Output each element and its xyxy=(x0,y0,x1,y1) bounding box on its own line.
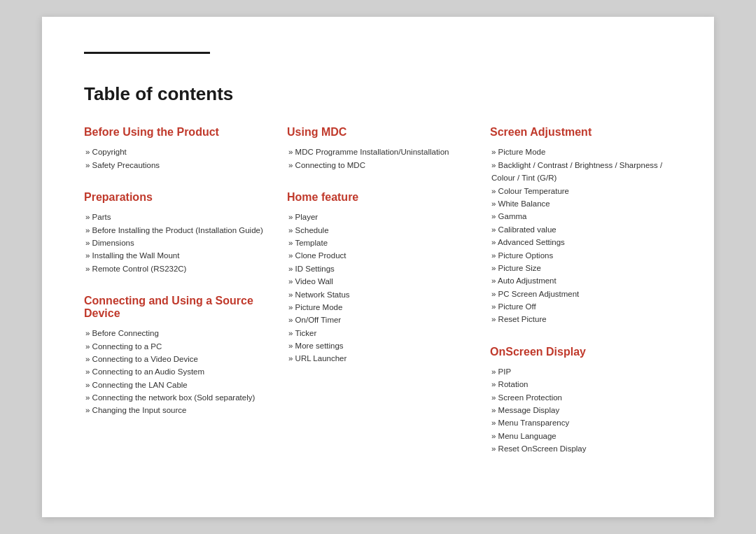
list-item: Picture Options xyxy=(490,249,672,262)
list-item: Connecting the LAN Cable xyxy=(84,379,266,391)
section-title-connecting: Connecting and Using a Source Device xyxy=(84,295,266,320)
list-item: PIP xyxy=(490,365,672,378)
list-item: Colour Temperature xyxy=(490,185,672,197)
list-item: Parts xyxy=(84,211,266,223)
columns-container: Before Using the ProductCopyrightSafety … xyxy=(84,126,672,475)
list-item: Rotation xyxy=(490,378,672,391)
section-using-mdc: Using MDCMDC Programme Installation/Unin… xyxy=(287,126,469,171)
list-item: Connecting to MDC xyxy=(287,159,469,171)
list-item: Screen Protection xyxy=(490,391,672,404)
list-item: Ticker xyxy=(287,327,469,339)
list-item: Clone Product xyxy=(287,249,469,262)
column-0: Before Using the ProductCopyrightSafety … xyxy=(84,126,266,475)
list-item: Menu Transparency xyxy=(490,416,672,429)
list-item: Video Wall xyxy=(287,275,469,288)
page: Table of contents Before Using the Produ… xyxy=(42,17,714,517)
list-item: Calibrated value xyxy=(490,223,672,236)
list-item: Connecting the network box (Sold separat… xyxy=(84,391,266,404)
list-item: Picture Size xyxy=(490,262,672,274)
list-item: White Balance xyxy=(490,197,672,210)
list-item: Picture Mode xyxy=(287,301,469,314)
list-item: Menu Language xyxy=(490,430,672,442)
section-title-onscreen-display: OnScreen Display xyxy=(490,346,672,358)
list-item: Picture Mode xyxy=(490,146,672,158)
list-item: Picture Off xyxy=(490,300,672,313)
list-item: Schedule xyxy=(287,224,469,237)
section-connecting: Connecting and Using a Source DeviceBefo… xyxy=(84,295,266,417)
section-preparations: PreparationsPartsBefore Installing the P… xyxy=(84,191,266,275)
list-item: Reset OnScreen Display xyxy=(490,442,672,455)
section-before-using: Before Using the ProductCopyrightSafety … xyxy=(84,126,266,171)
list-item: PC Screen Adjustment xyxy=(490,288,672,300)
list-item: Network Status xyxy=(287,288,469,301)
list-item: Player xyxy=(287,211,469,223)
list-item: Advanced Settings xyxy=(490,236,672,248)
column-1: Using MDCMDC Programme Installation/Unin… xyxy=(287,126,469,475)
list-item: Reset Picture xyxy=(490,313,672,325)
section-onscreen-display: OnScreen DisplayPIPRotationScreen Protec… xyxy=(490,346,672,456)
section-title-screen-adjustment: Screen Adjustment xyxy=(490,126,672,139)
list-item: Installing the Wall Mount xyxy=(84,249,266,262)
list-item: Auto Adjustment xyxy=(490,274,672,287)
section-title-home-feature: Home feature xyxy=(287,191,469,204)
list-item: MDC Programme Installation/Uninstallatio… xyxy=(287,146,469,158)
section-home-feature: Home featurePlayerScheduleTemplateClone … xyxy=(287,191,469,365)
list-item: Safety Precautions xyxy=(84,159,266,171)
list-item: Connecting to a Video Device xyxy=(84,353,266,365)
list-item: Dimensions xyxy=(84,237,266,249)
page-title: Table of contents xyxy=(84,83,672,105)
list-item: URL Launcher xyxy=(287,352,469,365)
section-title-using-mdc: Using MDC xyxy=(287,126,469,139)
list-item: Before Connecting xyxy=(84,327,266,339)
list-item: Message Display xyxy=(490,404,672,416)
column-2: Screen AdjustmentPicture ModeBacklight /… xyxy=(490,126,672,475)
list-item: ID Settings xyxy=(287,262,469,275)
list-item: Gamma xyxy=(490,210,672,223)
list-item: Changing the Input source xyxy=(84,404,266,416)
list-item: Connecting to a PC xyxy=(84,340,266,353)
list-item: Template xyxy=(287,237,469,249)
section-title-preparations: Preparations xyxy=(84,191,266,204)
section-screen-adjustment: Screen AdjustmentPicture ModeBacklight /… xyxy=(490,126,672,325)
section-title-before-using: Before Using the Product xyxy=(84,126,266,139)
list-item: More settings xyxy=(287,339,469,352)
list-item: Backlight / Contrast / Brightness / Shar… xyxy=(490,159,672,185)
list-item: Connecting to an Audio System xyxy=(84,365,266,378)
list-item: Remote Control (RS232C) xyxy=(84,262,266,275)
title-bar xyxy=(84,52,210,62)
list-item: On/Off Timer xyxy=(287,314,469,326)
list-item: Before Installing the Product (Installat… xyxy=(84,224,266,237)
list-item: Copyright xyxy=(84,146,266,158)
